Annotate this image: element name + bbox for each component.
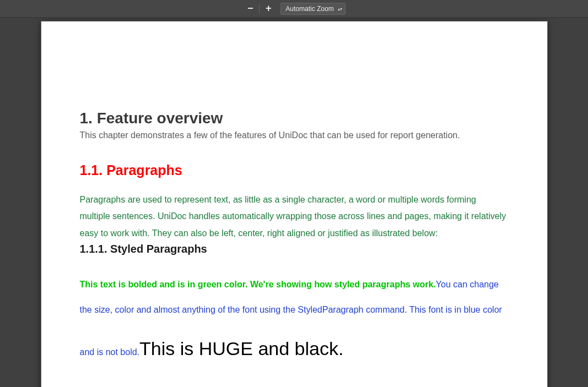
styled-paragraph: This text is bolded and is in green colo… (80, 272, 509, 375)
styled-green-bold: This text is bolded and is in green colo… (80, 280, 436, 289)
zoom-in-button[interactable]: + (261, 2, 276, 15)
paragraph-description: Paragraphs are used to represent text, a… (80, 192, 509, 242)
dropdown-icon: ▴▾ (338, 6, 342, 11)
styled-huge: This is HUGE and black. (139, 338, 343, 359)
heading-3: 1.1.1. Styled Paragraphs (80, 243, 509, 255)
zoom-out-button[interactable]: − (242, 2, 258, 15)
toolbar-separator (259, 4, 260, 13)
intro-paragraph: This chapter demonstrates a few of the f… (80, 130, 509, 140)
heading-1: 1. Feature overview (80, 110, 509, 127)
pdf-viewer[interactable]: 1. Feature overview This chapter demonst… (0, 18, 588, 387)
heading-2: 1.1. Paragraphs (80, 162, 509, 178)
pdf-toolbar: − + Automatic Zoom ▴▾ (0, 0, 588, 18)
pdf-page: 1. Feature overview This chapter demonst… (41, 21, 548, 387)
zoom-mode-select[interactable]: Automatic Zoom ▴▾ (280, 3, 345, 15)
zoom-mode-label: Automatic Zoom (285, 5, 333, 13)
